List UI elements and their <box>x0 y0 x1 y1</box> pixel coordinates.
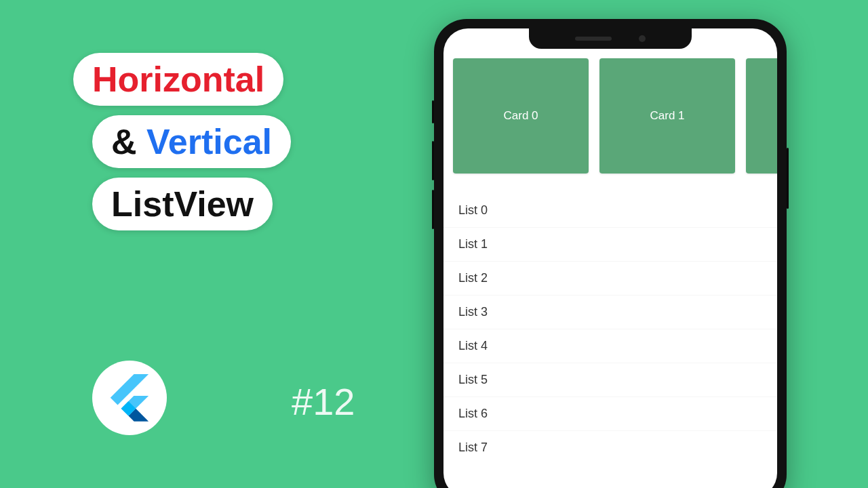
title-pill-listview: ListView <box>92 178 273 230</box>
list-item[interactable]: List 1 <box>443 228 777 261</box>
list-item[interactable]: List 0 <box>443 194 777 227</box>
list-label: List 6 <box>458 407 488 420</box>
list-item[interactable]: List 4 <box>443 329 777 363</box>
list-label: List 5 <box>458 373 488 386</box>
card-item[interactable]: Card 0 <box>453 58 589 174</box>
title-word-listview: ListView <box>111 184 254 224</box>
title-pill-horizontal: Horizontal <box>73 53 283 106</box>
flutter-logo-badge <box>92 361 167 435</box>
flutter-icon <box>110 374 149 422</box>
card-label: Card 0 <box>503 109 538 123</box>
card-item[interactable] <box>746 58 777 174</box>
list-item[interactable]: List 6 <box>443 397 777 430</box>
phone-volume-down <box>432 190 434 229</box>
app-screen: Card 0 Card 1 List 0 List 1 List 2 List … <box>443 28 777 488</box>
phone-camera <box>639 35 646 42</box>
list-label: List 1 <box>458 237 488 251</box>
phone-screen-bezel: Card 0 Card 1 List 0 List 1 List 2 List … <box>443 28 777 488</box>
list-label: List 4 <box>458 339 488 352</box>
title-word-horizontal: Horizontal <box>92 60 264 99</box>
card-label: Card 1 <box>650 109 684 123</box>
phone-volume-up <box>432 141 434 180</box>
card-item[interactable]: Card 1 <box>599 58 735 174</box>
phone-mute-switch <box>432 100 434 123</box>
list-item[interactable]: List 7 <box>443 431 777 464</box>
title-pill-vertical: & Vertical <box>92 115 291 168</box>
list-label: List 2 <box>458 271 488 285</box>
vertical-listview[interactable]: List 0 List 1 List 2 List 3 List 4 List … <box>443 194 777 464</box>
list-label: List 7 <box>458 441 488 454</box>
list-label: List 3 <box>458 305 488 319</box>
title-ampersand: & <box>111 122 137 161</box>
list-label: List 0 <box>458 203 488 217</box>
list-item[interactable]: List 2 <box>443 262 777 295</box>
phone-notch <box>529 28 692 49</box>
phone-speaker <box>575 37 612 41</box>
title-word-vertical: Vertical <box>146 122 272 161</box>
phone-frame: Card 0 Card 1 List 0 List 1 List 2 List … <box>434 19 787 488</box>
horizontal-listview[interactable]: Card 0 Card 1 <box>443 58 777 174</box>
phone-power-button <box>787 148 789 209</box>
episode-number: #12 <box>292 380 355 424</box>
list-item[interactable]: List 5 <box>443 363 777 396</box>
list-item[interactable]: List 3 <box>443 296 777 329</box>
